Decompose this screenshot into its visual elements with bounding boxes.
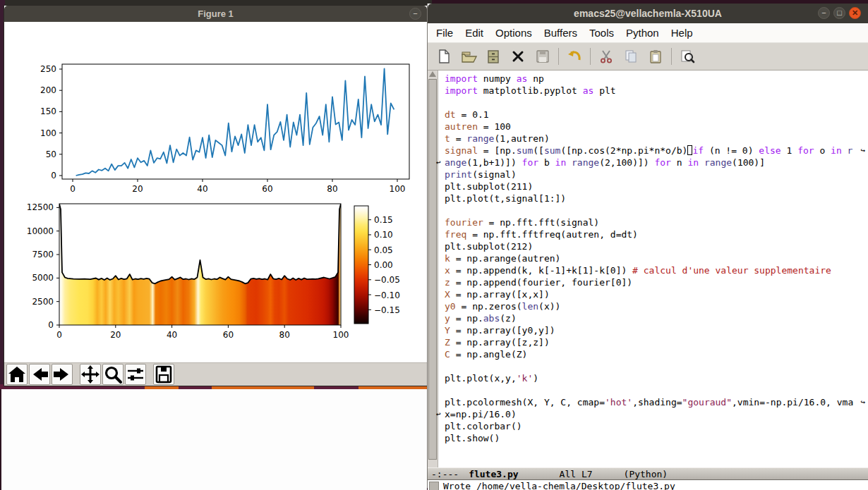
code-token: = 0.1 (456, 109, 489, 120)
copy-button[interactable] (622, 47, 640, 66)
code-line[interactable]: plt.subplot(212) (439, 240, 865, 252)
save-icon (154, 365, 174, 384)
code-line[interactable]: plt.colorbar() (439, 420, 865, 432)
code-token: plt.colorbar() (445, 421, 522, 431)
svg-text:2500: 2500 (32, 297, 54, 307)
home-icon (7, 365, 27, 384)
code-line[interactable]: print(signal) (439, 169, 865, 180)
code-line[interactable] (439, 97, 865, 109)
cut-button[interactable] (597, 47, 615, 66)
zoom-icon (103, 365, 123, 384)
mpl-zoom-button[interactable] (102, 364, 123, 385)
svg-text:150: 150 (40, 106, 56, 116)
minimize-button[interactable]: − (409, 8, 421, 20)
code-token: import (445, 73, 478, 84)
paste-button[interactable] (646, 47, 665, 66)
code-line[interactable]: ↩ange(1,b+1)]) for b in range(2,100)]) f… (439, 157, 865, 169)
code-line[interactable]: y0 = np.zeros(len(x)) (439, 300, 865, 312)
code-line[interactable]: X = np.array([x,x]) (439, 288, 865, 300)
code-line[interactable]: Z = np.array([z,z]) (439, 336, 865, 348)
code-line[interactable]: y = np.abs(z) (439, 312, 865, 324)
svg-text:−0.15: −0.15 (374, 305, 400, 315)
menu-buffers[interactable]: Buffers (544, 27, 577, 39)
mpl-subplots-button[interactable] (125, 364, 146, 385)
undo-button[interactable] (565, 47, 584, 66)
code-line[interactable]: plt.show() (439, 432, 865, 444)
code-line[interactable]: x = np.append(k, k[-1]+k[1]-k[0]) # calc… (439, 264, 865, 276)
code-token: fourier (445, 217, 483, 228)
close-button[interactable]: ✕ (849, 7, 861, 19)
code-line[interactable]: z = np.append(fourier, fourier[0]) (439, 276, 865, 288)
svg-text:40: 40 (167, 330, 177, 340)
new-file-button[interactable] (435, 47, 453, 66)
code-token: signal (445, 145, 478, 156)
code-line[interactable]: C = np.angle(Z) (439, 348, 865, 360)
code-token: as (583, 85, 594, 96)
menu-file[interactable]: File (436, 27, 453, 39)
figure-canvas[interactable]: 0204060801000501001502002500204060801000… (4, 22, 427, 362)
code-token: range (704, 157, 732, 168)
svg-text:80: 80 (279, 330, 290, 340)
emacs-menubar: FileEditOptionsBuffersToolsPythonHelp (428, 23, 868, 43)
menu-tools[interactable]: Tools (589, 27, 614, 39)
paste-icon (647, 48, 664, 65)
mpl-home-button[interactable] (6, 364, 28, 385)
search-button[interactable] (678, 47, 697, 66)
scrollbar-thumb[interactable] (428, 79, 437, 460)
mpl-save-button[interactable] (153, 364, 174, 385)
code-line[interactable]: plt.pcolormesh(X, Y, C, cmap='hot',shadi… (439, 396, 865, 408)
code-line[interactable] (439, 204, 865, 216)
save-button[interactable] (534, 47, 552, 66)
code-line[interactable] (439, 384, 865, 396)
menu-python[interactable]: Python (626, 27, 659, 39)
open-folder-icon (460, 48, 477, 65)
code-token: = 100 (478, 121, 511, 132)
open-folder-button[interactable] (459, 47, 478, 66)
undo-icon (566, 48, 583, 65)
minimize-button[interactable]: − (818, 7, 830, 19)
code-line[interactable]: Y = np.array([y0,y]) (439, 324, 865, 336)
toolbar-separator (147, 364, 152, 385)
mpl-forward-button[interactable] (52, 364, 73, 385)
maximize-button[interactable]: □ (833, 7, 845, 19)
emacs-titlebar[interactable]: emacs25@vellachemla-X510UA −□✕ (428, 4, 868, 23)
code-line[interactable]: autren = 100 (439, 121, 865, 133)
code-token: sum (544, 145, 560, 156)
emacs-minibuffer[interactable]: Wrote /home/vella-chemla/Desktop/flute3.… (428, 480, 868, 490)
code-token: dt (445, 109, 456, 120)
code-line[interactable] (439, 360, 865, 372)
svg-text:20: 20 (132, 184, 143, 194)
minibuffer-message: Wrote /home/vella-chemla/Desktop/flute3.… (443, 481, 675, 490)
svg-text:0.15: 0.15 (374, 215, 393, 225)
code-token: np (527, 73, 543, 84)
code-line[interactable]: plt.plot(t,signal[1:]) (439, 192, 865, 204)
code-line[interactable]: t = range(1,autren) (439, 133, 865, 145)
menu-help[interactable]: Help (671, 27, 693, 39)
close-buffer-button[interactable] (509, 47, 527, 66)
menu-options[interactable]: Options (495, 27, 532, 39)
svg-text:100: 100 (40, 128, 56, 138)
svg-text:80: 80 (327, 184, 337, 194)
code-line[interactable]: ↩x=np.pi/16.0) (439, 408, 865, 420)
pcolormesh-area (59, 204, 341, 325)
wrap-continues-icon: ↪ (860, 145, 865, 157)
code-line[interactable]: plt.plot(x,y,'k') (439, 372, 865, 384)
code-line[interactable]: fourier = np.fft.fft(signal) (439, 216, 865, 228)
emacs-editor[interactable]: import numpy as npimport matplotlib.pypl… (428, 71, 868, 467)
code-line[interactable]: freq = np.fft.fftfreq(autren, d=dt) (439, 228, 865, 240)
code-token: (100)] (732, 157, 765, 168)
code-line[interactable]: import matplotlib.pyplot as plt (439, 85, 865, 97)
code-line[interactable]: dt = 0.1 (439, 109, 865, 121)
close-buffer-icon (510, 48, 526, 65)
figure-titlebar[interactable]: Figure 1 − (4, 6, 427, 22)
menu-edit[interactable]: Edit (465, 27, 483, 39)
code-line[interactable]: import numpy as np (439, 73, 865, 85)
dired-button[interactable] (484, 47, 502, 66)
mpl-pan-button[interactable] (80, 364, 101, 385)
code-line[interactable]: signal = [np.sum([sum([np.cos(2*np.pi*n*… (439, 145, 865, 157)
code-line[interactable]: k = np.arange(autren) (439, 252, 865, 264)
code-token (699, 157, 704, 168)
svg-text:20: 20 (110, 330, 121, 340)
code-line[interactable]: plt.subplot(211) (439, 180, 865, 192)
mpl-back-button[interactable] (29, 364, 50, 385)
